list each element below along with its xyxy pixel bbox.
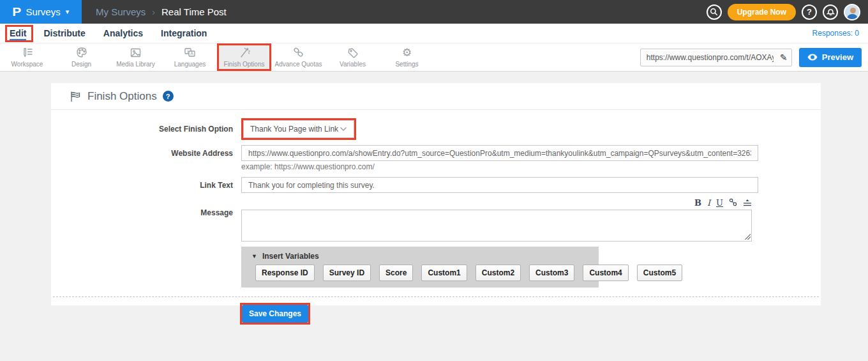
variable-button-response-id[interactable]: Response ID — [255, 265, 315, 281]
page-title: Finish Options — [87, 90, 157, 103]
bell-icon — [827, 8, 835, 16]
triangle-down-icon: ▼ — [251, 253, 257, 259]
message-editor: B I U — [241, 198, 752, 242]
toolbar-item-label: Settings — [395, 61, 418, 68]
chevron-down-icon — [340, 127, 347, 132]
toolbar-right-group: ✎ Preview — [640, 43, 868, 71]
survey-tab-nav: Edit Distribute Analytics Integration Re… — [0, 24, 868, 43]
toolbar-item-label: Media Library — [116, 61, 155, 68]
insert-variables-toggle[interactable]: ▼ Insert Variables — [241, 247, 599, 265]
bold-button[interactable]: B — [694, 199, 701, 207]
search-icon — [710, 8, 718, 16]
tab-distribute[interactable]: Distribute — [43, 28, 85, 38]
questionpro-logo-icon: P — [12, 5, 21, 19]
variable-button-custom5[interactable]: Custom5 — [637, 265, 682, 281]
surveys-menu[interactable]: P Surveys ▾ — [0, 0, 82, 24]
link-text-input[interactable] — [241, 177, 758, 193]
breadcrumb-separator: › — [152, 7, 155, 17]
save-changes-button[interactable]: Save Changes — [242, 305, 308, 323]
tab-integration[interactable]: Integration — [161, 28, 207, 38]
breadcrumb-survey-title: Real Time Post — [161, 6, 227, 17]
message-textarea[interactable] — [241, 210, 752, 242]
chain-links-icon — [292, 47, 305, 59]
link-button[interactable] — [729, 197, 737, 209]
workspace-icon — [20, 47, 34, 59]
finish-option-select[interactable]: Thank You Page with Link — [243, 120, 354, 138]
tab-analytics[interactable]: Analytics — [103, 28, 143, 38]
link-text-row: Link Text — [51, 177, 821, 193]
toolbar-item-label: Languages — [174, 61, 206, 68]
annotation-box-finish-option: Thank You Page with Link — [241, 118, 356, 140]
survey-url-input[interactable] — [641, 53, 776, 62]
annotation-box-edit: Edit — [5, 25, 33, 42]
toolbar-item-design[interactable]: Design — [54, 43, 108, 71]
message-row: Message B I U — [51, 198, 821, 242]
finish-option-value: Thank You Page with Link — [250, 125, 338, 134]
questionpro-app: P Surveys ▾ My Surveys › Real Time Post … — [0, 0, 868, 361]
toolbar-item-workspace[interactable]: Workspace — [0, 43, 54, 71]
message-label: Message — [51, 198, 233, 217]
breadcrumb-my-surveys[interactable]: My Surveys — [96, 6, 146, 17]
variable-buttons: Response ID Survey ID Score Custom1 Cust… — [241, 265, 599, 281]
responses-count: Responses: 0 — [812, 29, 859, 38]
annotation-box-save: Save Changes — [240, 303, 310, 325]
toolbar-item-label: Design — [71, 61, 91, 68]
variable-button-score[interactable]: Score — [379, 265, 413, 281]
variable-button-custom1[interactable]: Custom1 — [421, 265, 467, 281]
insert-variables-label: Insert Variables — [262, 252, 319, 261]
toolbar-item-advance-quotas[interactable]: Advance Quotas — [271, 43, 326, 71]
avatar-head — [850, 8, 856, 13]
surveys-menu-label: Surveys — [26, 6, 60, 17]
finish-option-label: Select Finish Option — [51, 125, 233, 134]
top-bar: P Surveys ▾ My Surveys › Real Time Post … — [0, 0, 868, 24]
breadcrumb: My Surveys › Real Time Post — [96, 0, 227, 24]
user-avatar[interactable] — [844, 4, 860, 20]
website-example-row: example: https://www.questionpro.com/ — [51, 161, 821, 177]
magic-wand-icon — [238, 47, 251, 59]
align-icon — [743, 199, 752, 206]
message-format-toolbar: B I U — [241, 198, 752, 208]
toolbar-item-languages[interactable]: Ax Languages — [163, 43, 217, 71]
toolbar-item-label: Workspace — [11, 61, 43, 68]
toolbar-item-settings[interactable]: ⚙ Settings — [380, 43, 434, 71]
tag-icon — [347, 47, 359, 59]
upgrade-now-button[interactable]: Upgrade Now — [728, 4, 796, 20]
help-button[interactable]: ? — [802, 4, 817, 20]
toolbar-item-finish-options[interactable]: Finish Options — [217, 43, 271, 71]
variable-button-survey-id[interactable]: Survey ID — [323, 265, 371, 281]
toolbar-item-label: Advance Quotas — [275, 61, 322, 68]
toolbar-item-variables[interactable]: Variables — [326, 43, 380, 71]
edit-toolbar: Workspace Design Media Library Ax Langua… — [0, 43, 868, 72]
gear-icon: ⚙ — [402, 47, 412, 59]
variable-button-custom2[interactable]: Custom2 — [475, 265, 521, 281]
toolbar-item-label: Variables — [340, 61, 366, 68]
edit-url-pencil-icon[interactable]: ✎ — [776, 52, 791, 63]
toolbar-item-label: Finish Options — [224, 61, 265, 68]
insert-variables-box: ▼ Insert Variables Response ID Survey ID… — [241, 247, 599, 288]
avatar-body — [847, 14, 858, 20]
italic-button[interactable]: I — [707, 199, 710, 207]
toolbar-item-media-library[interactable]: Media Library — [108, 43, 163, 71]
website-address-input[interactable] — [241, 145, 758, 161]
survey-url-box: ✎ — [640, 49, 792, 66]
translate-icon: Ax — [183, 47, 197, 59]
website-address-row: Website Address — [51, 145, 821, 161]
website-example-text: example: https://www.questionpro.com/ — [241, 162, 375, 171]
flag-icon — [69, 91, 82, 102]
preview-button[interactable]: Preview — [799, 48, 862, 67]
chevron-down-icon: ▾ — [66, 8, 70, 16]
eye-icon — [807, 54, 818, 61]
search-button[interactable] — [707, 4, 722, 20]
variable-button-custom3[interactable]: Custom3 — [529, 265, 574, 281]
underline-button[interactable]: U — [716, 199, 723, 207]
align-button[interactable] — [743, 197, 752, 209]
finish-options-help-icon[interactable]: ? — [163, 91, 174, 102]
tab-edit[interactable]: Edit — [10, 28, 26, 40]
preview-label: Preview — [822, 52, 853, 62]
notifications-button[interactable] — [823, 4, 838, 20]
finish-option-row: Select Finish Option Thank You Page with… — [51, 118, 821, 140]
palette-icon — [75, 47, 88, 59]
finish-options-form: Select Finish Option Thank You Page with… — [51, 110, 821, 325]
finish-options-panel: Finish Options ? Select Finish Option Th… — [51, 83, 821, 305]
variable-button-custom4[interactable]: Custom4 — [583, 265, 628, 281]
